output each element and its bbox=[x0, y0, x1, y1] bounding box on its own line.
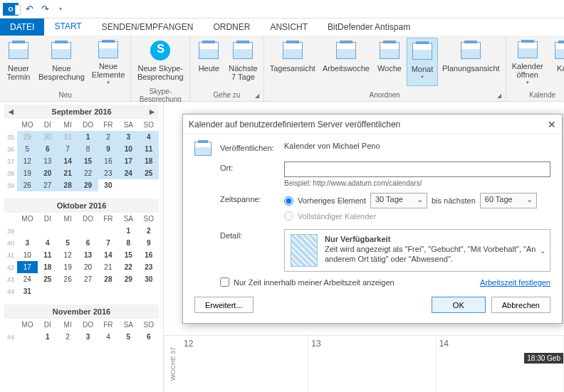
minical-title: September 2016 bbox=[51, 107, 111, 116]
btn-today[interactable]: Heute bbox=[193, 38, 224, 86]
btn-new-meeting[interactable]: NeueBesprechung bbox=[36, 38, 88, 86]
event-chip[interactable]: 18:30 Geb bbox=[524, 353, 563, 364]
group-label-goto: Gehe zu◢ bbox=[193, 90, 260, 101]
btn-ok[interactable]: OK bbox=[432, 297, 486, 313]
launcher-goto[interactable]: ◢ bbox=[255, 92, 259, 99]
group-neu: NeuerTermin NeueBesprechung NeueElemente… bbox=[0, 36, 131, 101]
btn-week-view[interactable]: Woche bbox=[374, 38, 405, 86]
location-hint: Beispiel: http://www.adatum.com/calendar… bbox=[284, 179, 550, 187]
group-calendar-manage: Kalenderöffnen▼ Ka Kalende bbox=[506, 36, 564, 101]
availability-thumb-icon bbox=[291, 234, 318, 267]
minical-next-icon[interactable]: ▶ bbox=[150, 108, 155, 115]
combo-prev-days[interactable]: 30 Tage bbox=[370, 193, 427, 208]
day-cell[interactable]: 13 bbox=[308, 336, 436, 392]
combo-next-days[interactable]: 60 Tage bbox=[480, 193, 537, 208]
calendar-nav-pane: ◀September 2016▶ MODIMIDOFRSASO 35293031… bbox=[0, 102, 164, 392]
launcher-arrange[interactable]: ◢ bbox=[497, 92, 501, 99]
dialog-title: Kalender auf benutzerdefiniertem Server … bbox=[189, 120, 400, 129]
minical-prev-icon[interactable]: ◀ bbox=[9, 108, 14, 115]
minical-october[interactable]: Oktober 2016 MODIMIDOFRSASO 3912 4034567… bbox=[4, 198, 159, 297]
radio-previous[interactable] bbox=[284, 196, 293, 206]
btn-next-7-days[interactable]: Nächste7 Tage bbox=[226, 38, 260, 86]
calendar-icon bbox=[194, 142, 217, 156]
value-publish: Kalender von Michael Peno bbox=[284, 142, 550, 150]
btn-work-week-view[interactable]: Arbeitswoche bbox=[320, 38, 372, 86]
minical-september[interactable]: ◀September 2016▶ MODIMIDOFRSASO 35293031… bbox=[4, 105, 159, 191]
checkbox-work-hours[interactable] bbox=[220, 277, 229, 287]
btn-skype-meeting[interactable]: Neue Skype-Besprechung bbox=[134, 38, 187, 86]
minical-title: Oktober 2016 bbox=[57, 201, 107, 210]
btn-day-view[interactable]: Tagesansicht bbox=[267, 38, 318, 86]
btn-schedule-view[interactable]: Planungsansicht bbox=[439, 38, 503, 86]
detail-title: Nur Verfügbarkeit bbox=[325, 234, 544, 244]
btn-open-calendar[interactable]: Kalenderöffnen▼ bbox=[509, 38, 546, 86]
close-icon[interactable]: ✕ bbox=[548, 119, 556, 130]
radio-full bbox=[284, 211, 293, 221]
minical-november[interactable]: November 2016 MODIMIDOFRSASO 44123456 bbox=[4, 304, 159, 343]
btn-new-appointment[interactable]: NeuerTermin bbox=[3, 38, 34, 86]
btn-month-view[interactable]: Monat▼ bbox=[407, 38, 438, 86]
month-grid-row: WOCHE 37 12 13 1418:30 Geb bbox=[164, 335, 564, 392]
group-goto: Heute Nächste7 Tage Gehe zu◢ bbox=[190, 36, 263, 101]
day-cell[interactable]: 1418:30 Geb bbox=[437, 336, 564, 392]
label-publish: Veröffentlichen: bbox=[220, 142, 284, 152]
span-until: bis nächsten bbox=[432, 196, 476, 205]
detail-desc: Zeit wird angezeigt als "Frei", "Gebucht… bbox=[325, 244, 544, 264]
tab-bitdefender[interactable]: BitDefender Antispam bbox=[318, 18, 420, 36]
qat-redo-icon[interactable]: ↷ bbox=[39, 4, 51, 15]
group-label-neu: Neu bbox=[3, 90, 127, 101]
label-location: Ort: bbox=[220, 161, 284, 172]
btn-cancel[interactable]: Abbrechen bbox=[491, 297, 550, 313]
group-label-calendar: Kalende bbox=[509, 90, 564, 101]
chevron-down-icon[interactable]: ⌄ bbox=[540, 247, 545, 255]
btn-calendar-more[interactable]: Ka bbox=[548, 38, 564, 86]
label-timespan: Zeitspanne: bbox=[220, 193, 284, 203]
qat-customize-icon[interactable]: ▾ bbox=[55, 4, 66, 15]
tab-send-receive[interactable]: SENDEN/EMPFANGEN bbox=[92, 18, 204, 36]
radio-previous-label: Vorheriges Element bbox=[298, 196, 366, 205]
week-label: WOCHE 37 bbox=[164, 336, 181, 392]
day-cell[interactable]: 12 bbox=[181, 336, 308, 392]
publish-calendar-dialog: Kalender auf benutzerdefiniertem Server … bbox=[182, 114, 563, 324]
tab-view[interactable]: ANSICHT bbox=[260, 18, 318, 36]
detail-selector[interactable]: Nur Verfügbarkeit Zeit wird angezeigt al… bbox=[284, 229, 550, 272]
btn-new-items[interactable]: NeueElemente▼ bbox=[89, 38, 127, 86]
titlebar: O ↶ ↷ ▾ bbox=[0, 0, 564, 18]
outlook-app-icon: O bbox=[3, 3, 19, 16]
ribbon: NeuerTermin NeueBesprechung NeueElemente… bbox=[0, 36, 564, 102]
group-arrange: Tagesansicht Arbeitswoche Woche Monat▼ P… bbox=[264, 36, 506, 101]
minical-title: November 2016 bbox=[53, 307, 110, 316]
location-input[interactable] bbox=[284, 161, 550, 177]
tab-file[interactable]: DATEI bbox=[0, 18, 44, 36]
tab-folder[interactable]: ORDNER bbox=[203, 18, 260, 36]
radio-full-label: Vollständiger Kalender bbox=[298, 212, 376, 221]
checkbox-work-hours-label: Nur Zeit innerhalb meiner Arbeitszeit an… bbox=[234, 278, 395, 287]
label-detail: Detail: bbox=[220, 229, 284, 240]
tab-start[interactable]: START bbox=[44, 18, 91, 36]
ribbon-tabs: DATEI START SENDEN/EMPFANGEN ORDNER ANSI… bbox=[0, 18, 564, 36]
link-set-work-hours[interactable]: Arbeitszeit festlegen bbox=[480, 278, 550, 287]
qat-undo-icon[interactable]: ↶ bbox=[24, 4, 35, 15]
btn-advanced[interactable]: Erweitert... bbox=[194, 297, 254, 313]
group-skype: Neue Skype-Besprechung Skype-Besprechung bbox=[131, 36, 190, 101]
dialog-titlebar: Kalender auf benutzerdefiniertem Server … bbox=[183, 115, 562, 134]
group-label-arrange: Anordnen◢ bbox=[267, 90, 503, 101]
